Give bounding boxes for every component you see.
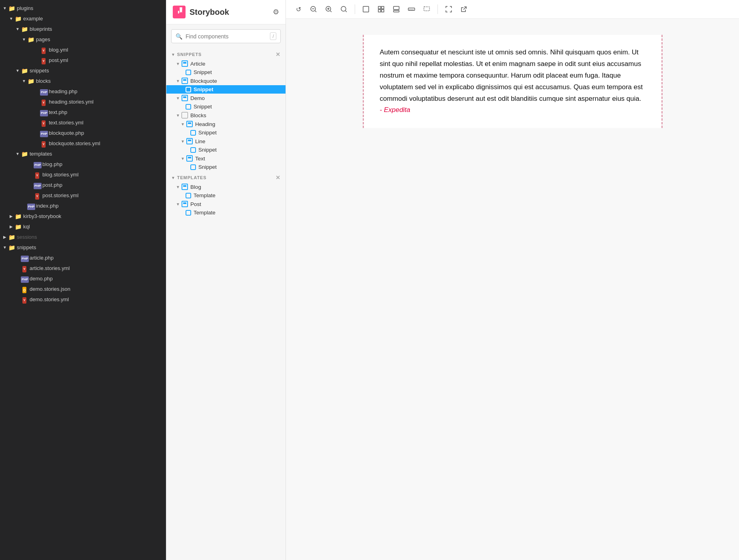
search-input[interactable] [186, 33, 270, 40]
tree-item-blockquote-stories-yml[interactable]: ▶ Y blockquote.stories.yml [0, 138, 166, 149]
nav-item-post-template[interactable]: Template [166, 208, 286, 217]
tree-item-templates-folder[interactable]: ▼ 📁 templates [0, 149, 166, 159]
component-icon-article [182, 60, 188, 67]
tree-label-text-stories-yml: text.stories.yml [49, 118, 84, 127]
tree-item-post-yml[interactable]: ▶ Y post.yml [0, 55, 166, 66]
svg-line-23 [463, 7, 466, 10]
toolbar-zoom-in-button[interactable] [323, 3, 335, 15]
tree-item-example[interactable]: ▼ 📁 example [0, 14, 166, 24]
tree-label-snippets-inner: snippets [30, 66, 49, 75]
toolbar-viewport-button[interactable] [421, 3, 433, 15]
tree-item-heading-php[interactable]: ▶ PHP heading.php [0, 86, 166, 97]
tree-item-blocks[interactable]: ▼ 📁 blocks [0, 76, 166, 86]
tree-item-kirby3-storybook[interactable]: ▶ 📁 kirby3-storybook [0, 211, 166, 222]
tree-item-text-php[interactable]: ▶ PHP text.php [0, 107, 166, 118]
nav-item-blockquote[interactable]: ▼ Blockquote [166, 76, 286, 85]
tree-item-sessions[interactable]: ▶ 📁 sessions [0, 232, 166, 242]
tree-label-blog-stories-yml: blog.stories.yml [42, 170, 78, 179]
tree-item-article-php[interactable]: ▶ PHP article.php [0, 253, 166, 263]
toolbar-panel-button[interactable] [390, 3, 402, 15]
tree-label-text-php: text.php [49, 108, 67, 117]
toolbar-frame-button[interactable] [360, 3, 372, 15]
tree-item-demo-stories-json[interactable]: ▶ {} demo.stories.json [0, 284, 166, 294]
tree-item-blog-yml[interactable]: ▶ Y blog.yml [0, 45, 166, 55]
php-icon-text: PHP [40, 109, 47, 116]
search-slash-icon: / [270, 32, 276, 40]
tree-item-text-stories-yml[interactable]: ▶ Y text.stories.yml [0, 118, 166, 128]
nav-item-blockquote-snippet[interactable]: Snippet [166, 85, 286, 94]
preview-text: Autem consequatur et nesciunt iste ut om… [380, 47, 645, 116]
tree-item-article-stories-yml[interactable]: ▶ Y article.stories.yml [0, 263, 166, 274]
tree-label-blockquote-php: blockquote.php [49, 129, 84, 138]
tree-item-heading-stories-yml[interactable]: ▶ Y heading.stories.yml [0, 97, 166, 107]
tree-item-snippets-root[interactable]: ▼ 📁 snippets [0, 242, 166, 253]
svg-rect-14 [381, 10, 384, 12]
nav-item-demo[interactable]: ▼ Demo [166, 94, 286, 102]
section-label-snippets: SNIPPETS [177, 52, 202, 57]
nav-item-demo-snippet[interactable]: Snippet [166, 102, 286, 111]
file-tree-panel: ▼ 📁 plugins ▼ 📁 example ▼ 📁 blueprints ▼… [0, 0, 166, 560]
gear-icon[interactable]: ⚙ [273, 8, 279, 16]
toolbar-external-button[interactable] [458, 3, 470, 15]
tree-item-kql[interactable]: ▶ 📁 kql [0, 222, 166, 232]
nav-item-blog[interactable]: ▼ Blog [166, 182, 286, 191]
toolbar-ruler-button[interactable] [405, 3, 417, 15]
storybook-title: Storybook [190, 8, 229, 17]
nav-item-blocks-heading-snippet[interactable]: Snippet [166, 128, 286, 137]
nav-item-blocks[interactable]: ▼ Blocks [166, 111, 286, 120]
tree-item-post-php[interactable]: ▶ PHP post.php [0, 180, 166, 190]
storybook-nav: ▼ SNIPPETS ✕ ▼ Article Snippet ▼ Blockqu… [166, 46, 286, 560]
tree-item-blockquote-php[interactable]: ▶ PHP blockquote.php [0, 128, 166, 138]
svg-rect-13 [378, 10, 381, 12]
tree-item-blog-php[interactable]: ▶ PHP blog.php [0, 159, 166, 170]
svg-rect-22 [424, 7, 429, 11]
tree-item-pages[interactable]: ▼ 📁 pages [0, 34, 166, 45]
nav-item-blocks-text[interactable]: ▼ Text [166, 154, 286, 163]
section-templates-header[interactable]: ▼ TEMPLATES ✕ [166, 171, 286, 182]
folder-icon-kql: 📁 [14, 223, 22, 230]
tree-item-blueprints[interactable]: ▼ 📁 blueprints [0, 24, 166, 34]
story-icon-blog-template [186, 193, 191, 198]
tree-item-demo-php[interactable]: ▶ PHP demo.php [0, 274, 166, 284]
story-icon-blocks-text-snippet [190, 164, 196, 170]
storybook-header: Storybook ⚙ [166, 0, 286, 24]
section-snippets-header[interactable]: ▼ SNIPPETS ✕ [166, 48, 286, 59]
tree-arrow-example: ▼ [8, 14, 14, 23]
nav-item-article[interactable]: ▼ Article [166, 59, 286, 68]
tree-label-blockquote-stories-yml: blockquote.stories.yml [49, 139, 100, 148]
nav-label-demo-snippet: Snippet [194, 104, 212, 110]
preview-toolbar: ↺ [286, 0, 739, 19]
nav-item-blog-template[interactable]: Template [166, 191, 286, 200]
tree-item-plugins[interactable]: ▼ 📁 plugins [0, 3, 166, 14]
tree-label-example: example [23, 14, 43, 23]
tree-item-snippets-inner[interactable]: ▼ 📁 snippets [0, 66, 166, 76]
toolbar-grid-button[interactable] [375, 3, 387, 15]
php-icon-index: PHP [27, 202, 34, 210]
section-close-templates[interactable]: ✕ [276, 174, 281, 181]
folder-icon-blocks: 📁 [27, 78, 34, 85]
svg-rect-17 [408, 8, 415, 10]
nav-item-blocks-heading[interactable]: ▼ Heading [166, 120, 286, 128]
toolbar-zoom-out-button[interactable] [308, 3, 320, 15]
nav-item-blocks-line[interactable]: ▼ Line [166, 137, 286, 146]
nav-item-article-snippet[interactable]: Snippet [166, 68, 286, 76]
nav-label-blocks-text: Text [195, 156, 205, 162]
nav-item-blocks-line-snippet[interactable]: Snippet [166, 146, 286, 154]
tree-item-index-php[interactable]: ▶ PHP index.php [0, 201, 166, 211]
toolbar-fullscreen-button[interactable] [443, 3, 455, 15]
component-icon-blocks-text [186, 155, 193, 162]
svg-rect-11 [378, 6, 381, 9]
tree-item-demo-stories-yml[interactable]: ▶ Y demo.stories.yml [0, 294, 166, 305]
tree-item-blog-stories-yml[interactable]: ▶ Y blog.stories.yml [0, 170, 166, 180]
tree-label-article-stories-yml: article.stories.yml [30, 264, 70, 273]
yml-icon-article-stories: Y [21, 265, 28, 272]
toolbar-reload-button[interactable]: ↺ [292, 3, 304, 15]
toolbar-zoom-reset-button[interactable] [338, 3, 350, 15]
nav-item-post[interactable]: ▼ Post [166, 200, 286, 208]
nav-item-blocks-text-snippet[interactable]: Snippet [166, 163, 286, 171]
search-bar[interactable]: 🔍 / [171, 29, 281, 43]
section-close-snippets[interactable]: ✕ [276, 51, 281, 58]
toolbar-divider-2 [437, 4, 438, 14]
tree-item-post-stories-yml[interactable]: ▶ Y post.stories.yml [0, 190, 166, 201]
preview-content: Autem consequatur et nesciunt iste ut om… [286, 19, 739, 560]
